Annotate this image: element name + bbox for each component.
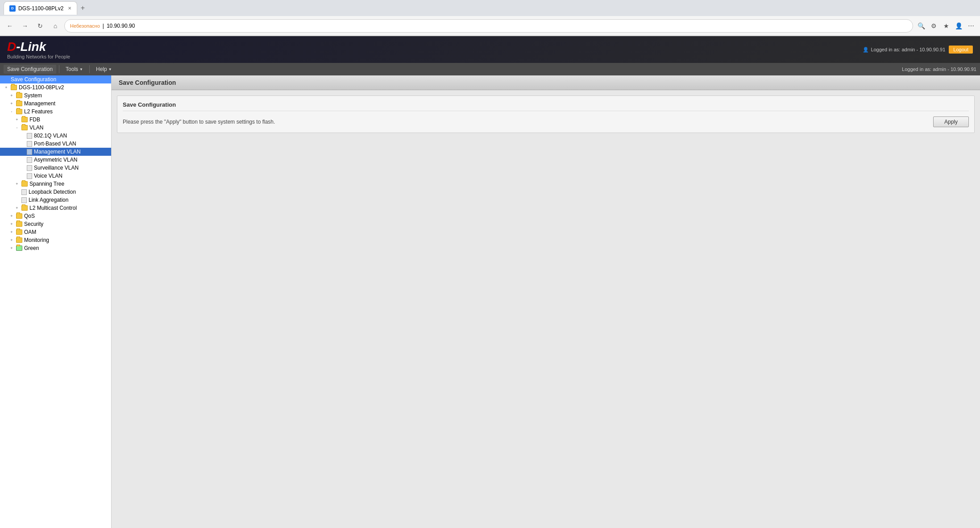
sidebar-item-loopback-label: Loopback Detection [29,189,76,195]
port-based-expand-icon [20,141,25,146]
vlan-folder-icon [21,125,28,130]
fdb-folder-icon [21,117,28,122]
monitoring-expand-icon: + [9,237,14,243]
security-folder-icon [16,221,22,227]
sidebar-item-green[interactable]: + Green [0,244,111,252]
sidebar-item-l2-multicast[interactable]: + L2 Multicast Control [0,204,111,212]
tab-close-button[interactable]: ✕ [68,6,71,11]
main-layout: Save Configuration + DGS-1100-08PLv2 + S… [0,75,980,528]
sidebar-item-monitoring[interactable]: + Monitoring [0,236,111,244]
sidebar-item-8021q-vlan[interactable]: 802.1Q VLAN [0,132,111,140]
refresh-button[interactable]: ↻ [34,20,46,32]
qos-expand-icon: + [9,213,14,219]
sidebar-item-system[interactable]: + System [0,91,111,100]
apply-button[interactable]: Apply [933,116,969,127]
browser-tab[interactable]: D DGS-1100-08PLv2 ✕ [4,1,77,15]
toolbar-separator-1 [59,65,59,73]
sidebar-item-voice-vlan[interactable]: Voice VLAN [0,172,111,180]
asymmetric-vlan-expand-icon [20,157,25,162]
sidebar-item-vlan-label: VLAN [29,125,43,131]
sidebar-item-port-based-label: Port-Based VLAN [34,141,76,147]
browser-controls: ← → ↻ ⌂ Небезопасно | 10.90.90.90 🔍 ⚙ ★ … [0,16,980,36]
sidebar-item-surveillance-vlan[interactable]: Surveillance VLAN [0,164,111,172]
sidebar-item-l2-features[interactable]: - L2 Features [0,108,111,116]
sidebar-item-green-label: Green [24,245,39,251]
l2-features-expand-icon: - [9,109,14,114]
header-logo: D-Link Building Networks for People [0,36,77,63]
sidebar-item-management-vlan[interactable]: Management VLAN [0,148,111,156]
browser-action-2[interactable]: ⚙ [928,21,939,31]
sidebar-item-spanning-tree[interactable]: + Spanning Tree [0,180,111,188]
surveillance-vlan-expand-icon [20,165,25,170]
link-agg-doc-icon [21,197,27,203]
toolbar-logged-in: Logged in as: admin - 10.90.90.91 [902,67,976,72]
sidebar-item-voice-label: Voice VLAN [34,173,62,179]
help-dropdown-icon: ▼ [108,67,112,71]
l2-features-folder-icon [16,109,22,114]
tools-menu-item[interactable]: Tools ▼ [62,65,87,74]
system-expand-icon: + [9,93,14,98]
app-header: D-Link Building Networks for People 👤 Lo… [0,36,980,63]
dgs1100-expand-icon: + [4,85,9,90]
panel-title: Save Configuration [123,101,969,111]
vlan-expand-icon: - [14,125,20,130]
sidebar-item-system-label: System [24,92,42,99]
sidebar-item-qos[interactable]: + QoS [0,212,111,220]
page-title: Save Configuration [112,75,980,90]
sidebar-item-loopback-detection[interactable]: Loopback Detection [0,188,111,196]
sidebar-item-oam-label: OAM [24,229,36,235]
loopback-expand-icon [14,189,20,195]
sidebar-item-management[interactable]: + Management [0,100,111,108]
address-bar[interactable]: Небезопасно | 10.90.90.90 [64,19,913,33]
header-user-info: 👤 Logged in as: admin - 10.90.90.91 [863,47,945,53]
sidebar-item-vlan[interactable]: - VLAN [0,124,111,132]
oam-expand-icon: + [9,229,14,235]
sidebar-item-fdb[interactable]: + FDB [0,116,111,124]
qos-folder-icon [16,213,22,219]
monitoring-folder-icon [16,237,22,243]
sidebar-item-dgs1100[interactable]: + DGS-1100-08PLv2 [0,83,111,91]
back-button[interactable]: ← [4,20,16,32]
panel-description: Please press the "Apply" button to save … [123,119,275,125]
sidebar-item-security[interactable]: + Security [0,220,111,228]
browser-chrome: D DGS-1100-08PLv2 ✕ + ← → ↻ ⌂ Небезопасн… [0,0,980,36]
logo-brand: D-Link [7,40,70,54]
sidebar-item-asymmetric-label: Asymmetric VLAN [34,157,77,163]
tab-title: DGS-1100-08PLv2 [18,5,63,12]
save-config-label: Save Configuration [7,66,53,72]
logged-in-label: Logged in as: admin - 10.90.90.91 [871,47,945,52]
sidebar-item-save-config-label: Save Configuration [11,76,56,83]
home-button[interactable]: ⌂ [49,20,62,32]
tools-label: Tools [66,66,78,72]
management-expand-icon: + [9,101,14,106]
forward-button[interactable]: → [19,20,31,32]
browser-action-1[interactable]: 🔍 [916,21,926,31]
save-config-menu-item[interactable]: Save Configuration [4,65,56,74]
loopback-doc-icon [21,189,27,195]
sidebar-item-l2-multicast-label: L2 Multicast Control [29,205,77,211]
voice-vlan-doc-icon [27,173,32,179]
sidebar-item-qos-label: QoS [24,213,35,219]
sidebar-item-port-based-vlan[interactable]: Port-Based VLAN [0,140,111,148]
sidebar-item-link-aggregation[interactable]: Link Aggregation [0,196,111,204]
url-text: 10.90.90.90 [107,23,135,29]
help-menu-item[interactable]: Help ▼ [92,65,116,74]
sidebar-item-fdb-label: FDB [29,116,40,123]
fdb-expand-icon: + [14,117,20,122]
logo-tagline: Building Networks for People [7,54,70,59]
header-right: 👤 Logged in as: admin - 10.90.90.91 Logo… [863,46,980,54]
sidebar-item-oam[interactable]: + OAM [0,228,111,236]
sidebar-item-spanning-tree-label: Spanning Tree [29,181,64,187]
sidebar-item-asymmetric-vlan[interactable]: Asymmetric VLAN [0,156,111,164]
logout-button[interactable]: Logout [949,46,973,54]
sidebar-item-security-label: Security [24,221,43,227]
browser-more-button[interactable]: ⋯ [966,21,976,31]
sidebar-item-save-configuration[interactable]: Save Configuration [0,75,111,83]
8021q-expand-icon [20,133,25,138]
new-tab-button[interactable]: + [77,3,88,13]
security-warning: Небезопасно [70,23,100,29]
browser-action-4[interactable]: 👤 [953,21,964,31]
green-expand-icon: + [9,245,14,251]
asymmetric-vlan-doc-icon [27,157,32,163]
browser-action-3[interactable]: ★ [941,21,951,31]
